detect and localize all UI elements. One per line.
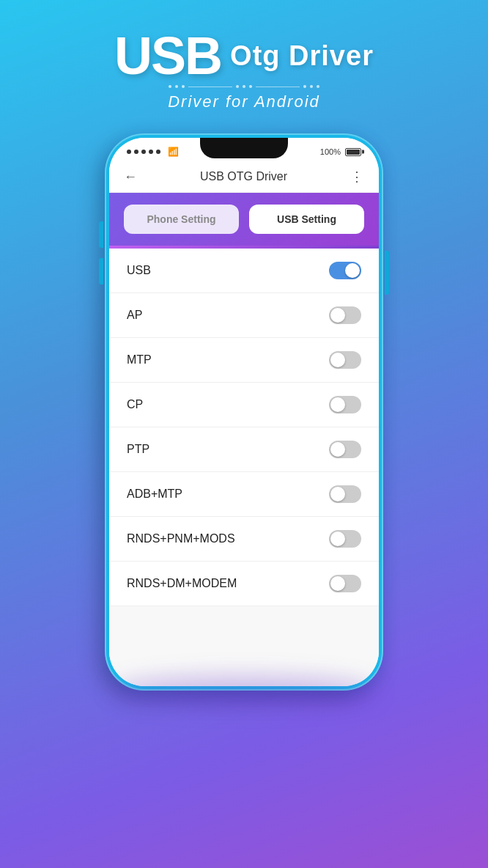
battery-fill xyxy=(347,150,360,155)
toggle-rnds-dm-modem[interactable] xyxy=(329,575,361,592)
usb-title: USB xyxy=(114,29,221,82)
setting-label: RNDS+PNM+MODS xyxy=(127,532,235,545)
toggle-thumb xyxy=(330,576,345,591)
toggle-thumb xyxy=(345,263,360,278)
toggle-thumb xyxy=(330,353,345,367)
setting-row: ADB+MTP xyxy=(109,472,379,517)
signal-indicators: 📶 xyxy=(127,147,179,157)
setting-row: RNDS+PNM+MODS xyxy=(109,517,379,562)
setting-row: USB xyxy=(109,249,379,293)
battery-icon xyxy=(345,148,361,156)
phone-shadow xyxy=(112,676,376,705)
phone-screen: 📶 100% ← USB OTG Driver ⋮ Phone Setting … xyxy=(109,138,379,686)
toggle-thumb xyxy=(330,487,345,501)
toggle-cp[interactable] xyxy=(329,396,361,413)
setting-row: MTP xyxy=(109,338,379,383)
menu-button[interactable]: ⋮ xyxy=(350,169,364,185)
tab-usb-setting[interactable]: USB Setting xyxy=(249,205,364,234)
setting-label: RNDS+DM+MODEM xyxy=(127,577,237,590)
status-bar: 📶 100% xyxy=(109,138,379,161)
signal-dot-3 xyxy=(141,150,146,154)
setting-row: RNDS+DM+MODEM xyxy=(109,562,379,606)
toggle-thumb xyxy=(330,442,345,457)
setting-row: AP xyxy=(109,293,379,338)
app-bar: ← USB OTG Driver ⋮ xyxy=(109,161,379,193)
toggle-thumb xyxy=(330,308,345,323)
signal-dot-4 xyxy=(149,150,153,154)
battery-percentage: 100% xyxy=(320,147,341,156)
toggle-thumb xyxy=(330,532,345,546)
settings-list: USBAPMTPCPPTPADB+MTPRNDS+PNM+MODSRNDS+DM… xyxy=(109,249,379,686)
phone-frame: 📶 100% ← USB OTG Driver ⋮ Phone Setting … xyxy=(105,133,383,691)
setting-label: PTP xyxy=(127,443,149,456)
setting-row: PTP xyxy=(109,427,379,472)
setting-row: CP xyxy=(109,383,379,427)
toggle-mtp[interactable] xyxy=(329,351,361,369)
toggle-usb[interactable] xyxy=(329,262,361,279)
setting-label: MTP xyxy=(127,353,152,367)
setting-label: AP xyxy=(127,309,142,322)
toggle-rnds-pnm-mods[interactable] xyxy=(329,530,361,548)
wifi-icon: 📶 xyxy=(168,147,179,157)
app-bar-title: USB OTG Driver xyxy=(200,170,287,183)
header-area: USB Otg Driver Driver for Android xyxy=(0,0,488,126)
title-row: USB Otg Driver xyxy=(114,29,374,82)
otg-driver-title: Otg Driver xyxy=(230,40,374,72)
signal-dot-1 xyxy=(127,150,131,154)
tab-phone-setting[interactable]: Phone Setting xyxy=(124,205,239,234)
setting-label: USB xyxy=(127,264,151,277)
battery-area: 100% xyxy=(320,147,361,156)
tab-area: Phone Setting USB Setting xyxy=(109,193,379,246)
back-button[interactable]: ← xyxy=(124,169,137,185)
toggle-thumb xyxy=(330,397,345,412)
subtitle: Driver for Android xyxy=(168,92,320,111)
toggle-ptp[interactable] xyxy=(329,441,361,458)
toggle-adb-mtp[interactable] xyxy=(329,485,361,503)
decorative-dots xyxy=(119,85,369,88)
notch xyxy=(200,138,288,158)
phone-mockup: 📶 100% ← USB OTG Driver ⋮ Phone Setting … xyxy=(105,133,383,691)
toggle-ap[interactable] xyxy=(329,306,361,324)
signal-dot-2 xyxy=(134,150,138,154)
signal-dot-5 xyxy=(156,150,160,154)
setting-label: ADB+MTP xyxy=(127,488,182,501)
setting-label: CP xyxy=(127,398,143,411)
